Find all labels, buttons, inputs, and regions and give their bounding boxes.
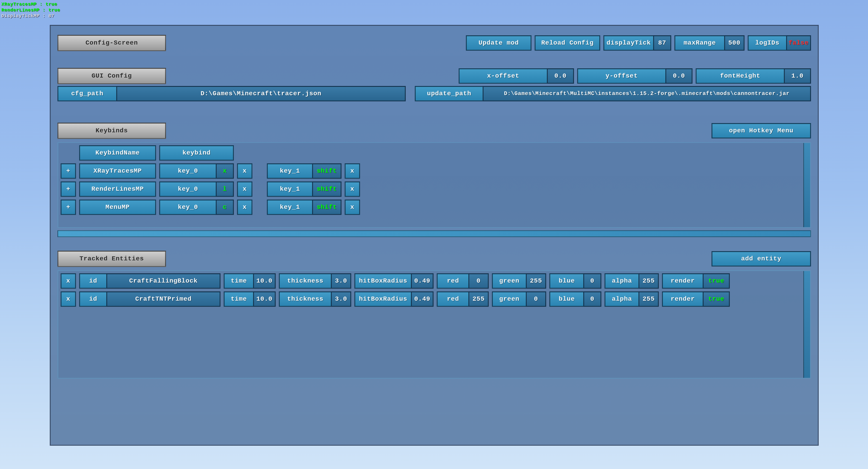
entity-time-field[interactable]: time10.0 <box>224 273 276 289</box>
kb-key1-value[interactable]: shift <box>312 200 341 215</box>
entity-time-value[interactable]: 10.0 <box>253 273 276 289</box>
kb-remove0-button[interactable]: x <box>237 163 252 179</box>
entity-render-field[interactable]: rendertrue <box>662 291 730 307</box>
kb-name[interactable]: RenderLinesMP <box>79 181 156 197</box>
entity-alpha-field[interactable]: alpha255 <box>604 291 659 307</box>
entity-alpha-value[interactable]: 255 <box>639 273 659 289</box>
kb-key0-value[interactable]: c <box>216 200 234 215</box>
kb-remove0-button[interactable]: x <box>237 181 252 197</box>
entity-red-value[interactable]: 0 <box>468 273 489 289</box>
entities-grid: xidCraftFallingBlocktime10.0thickness3.0… <box>57 270 811 379</box>
kb-key0-field[interactable]: key_0l <box>159 181 234 197</box>
entity-hitbox-value[interactable]: 0.49 <box>411 291 434 307</box>
open-hotkey-menu-button[interactable]: open Hotkey Menu <box>712 123 811 139</box>
kb-key1-label: key_1 <box>267 200 312 215</box>
entity-blue-value[interactable]: 0 <box>583 291 601 307</box>
section-config-header: Config-Screen <box>57 35 166 51</box>
kb-name[interactable]: MenuMP <box>79 200 156 215</box>
log-ids-field[interactable]: logIDs false <box>748 35 811 51</box>
entity-alpha-field[interactable]: alpha255 <box>604 273 659 289</box>
add-entity-button[interactable]: add entity <box>712 251 811 266</box>
entity-render-field[interactable]: rendertrue <box>662 273 730 289</box>
keybinds-grid: KeybindName keybind +XRayTracesMPkey_0xx… <box>57 142 811 228</box>
entity-blue-label: blue <box>549 273 583 289</box>
kb-key1-value[interactable]: shift <box>312 163 341 179</box>
entity-thickness-field[interactable]: thickness3.0 <box>279 291 351 307</box>
log-ids-label: logIDs <box>748 35 786 51</box>
entity-red-field[interactable]: red255 <box>437 291 489 307</box>
kb-key1-field[interactable]: key_1shift <box>267 163 341 179</box>
entity-green-value[interactable]: 0 <box>526 291 546 307</box>
entity-blue-field[interactable]: blue0 <box>549 291 601 307</box>
entity-red-value[interactable]: 255 <box>468 291 489 307</box>
log-ids-value[interactable]: false <box>786 35 811 51</box>
entity-thickness-value[interactable]: 3.0 <box>331 291 351 307</box>
overlay-line-2a: RenderLinesMP <box>1 7 39 13</box>
cfg-path-value[interactable]: D:\Games\Minecraft\tracer.json <box>116 86 406 101</box>
entity-id-value[interactable]: CraftTNTPrimed <box>106 291 220 307</box>
x-offset-field[interactable]: x-offset 0.0 <box>459 68 574 84</box>
kb-key0-field[interactable]: key_0x <box>159 163 234 179</box>
entity-hitbox-field[interactable]: hitBoxRadius0.49 <box>354 273 434 289</box>
entity-green-field[interactable]: green0 <box>492 291 546 307</box>
update-path-field[interactable]: update_path D:\Games\Minecraft\MultiMC\i… <box>415 86 811 101</box>
entity-thickness-value[interactable]: 3.0 <box>331 273 351 289</box>
display-tick-value[interactable]: 87 <box>653 35 671 51</box>
entity-thickness-label: thickness <box>279 273 331 289</box>
y-offset-value[interactable]: 0.0 <box>665 68 692 84</box>
entity-hitbox-field[interactable]: hitBoxRadius0.49 <box>354 291 434 307</box>
kb-key1-value[interactable]: shift <box>312 181 341 197</box>
entity-hitbox-value[interactable]: 0.49 <box>411 273 434 289</box>
update-mod-button[interactable]: Update mod <box>466 35 531 51</box>
entity-thickness-field[interactable]: thickness3.0 <box>279 273 351 289</box>
entity-blue-value[interactable]: 0 <box>583 273 601 289</box>
entity-hitbox-label: hitBoxRadius <box>354 273 411 289</box>
kb-add-button[interactable]: + <box>61 163 76 179</box>
kb-remove1-button[interactable]: x <box>345 181 360 197</box>
entity-id-value[interactable]: CraftFallingBlock <box>106 273 220 289</box>
keybinds-scrollbar-h[interactable] <box>57 230 811 237</box>
kb-key0-label: key_0 <box>159 200 216 215</box>
font-height-field[interactable]: fontHeight 1.0 <box>696 68 811 84</box>
reload-config-button[interactable]: Reload Config <box>535 35 600 51</box>
kb-remove1-button[interactable]: x <box>345 163 360 179</box>
kb-key0-value[interactable]: x <box>216 163 234 179</box>
entity-id-field[interactable]: idCraftFallingBlock <box>79 273 220 289</box>
entity-blue-field[interactable]: blue0 <box>549 273 601 289</box>
section-keybinds-header: Keybinds <box>57 123 166 139</box>
kb-key0-value[interactable]: l <box>216 181 234 197</box>
display-tick-field[interactable]: displayTick 87 <box>603 35 671 51</box>
entity-green-value[interactable]: 255 <box>526 273 546 289</box>
entity-remove-button[interactable]: x <box>61 273 76 289</box>
entity-alpha-value[interactable]: 255 <box>639 291 659 307</box>
kb-remove1-button[interactable]: x <box>345 200 360 215</box>
entity-time-value[interactable]: 10.0 <box>253 291 276 307</box>
entity-green-field[interactable]: green255 <box>492 273 546 289</box>
cfg-path-field[interactable]: cfg_path D:\Games\Minecraft\tracer.json <box>57 86 406 101</box>
kb-remove0-button[interactable]: x <box>237 200 252 215</box>
kb-add-button[interactable]: + <box>61 200 76 215</box>
overlay-line-2b: : true <box>39 7 60 13</box>
entity-id-label: id <box>79 291 106 307</box>
keybinds-scrollbar-v[interactable] <box>803 143 810 227</box>
kb-add-button[interactable]: + <box>61 181 76 197</box>
kb-key1-field[interactable]: key_1shift <box>267 181 341 197</box>
config-panel: Config-Screen Update mod Reload Config d… <box>50 25 819 446</box>
entities-scrollbar-v[interactable] <box>803 271 810 378</box>
y-offset-field[interactable]: y-offset 0.0 <box>577 68 692 84</box>
kb-name[interactable]: XRayTracesMP <box>79 163 156 179</box>
entity-render-value[interactable]: true <box>703 291 730 307</box>
section-tracked-header: Tracked Entities <box>57 251 166 267</box>
max-range-value[interactable]: 500 <box>724 35 745 51</box>
kb-key0-field[interactable]: key_0c <box>159 200 234 215</box>
entity-id-field[interactable]: idCraftTNTPrimed <box>79 291 220 307</box>
update-path-value[interactable]: D:\Games\Minecraft\MultiMC\instances\1.1… <box>483 86 811 101</box>
max-range-field[interactable]: maxRange 500 <box>674 35 745 51</box>
font-height-value[interactable]: 1.0 <box>784 68 811 84</box>
entity-time-field[interactable]: time10.0 <box>224 291 276 307</box>
entity-render-value[interactable]: true <box>703 273 730 289</box>
x-offset-value[interactable]: 0.0 <box>547 68 574 84</box>
entity-remove-button[interactable]: x <box>61 291 76 307</box>
entity-red-field[interactable]: red0 <box>437 273 489 289</box>
kb-key1-field[interactable]: key_1shift <box>267 200 341 215</box>
